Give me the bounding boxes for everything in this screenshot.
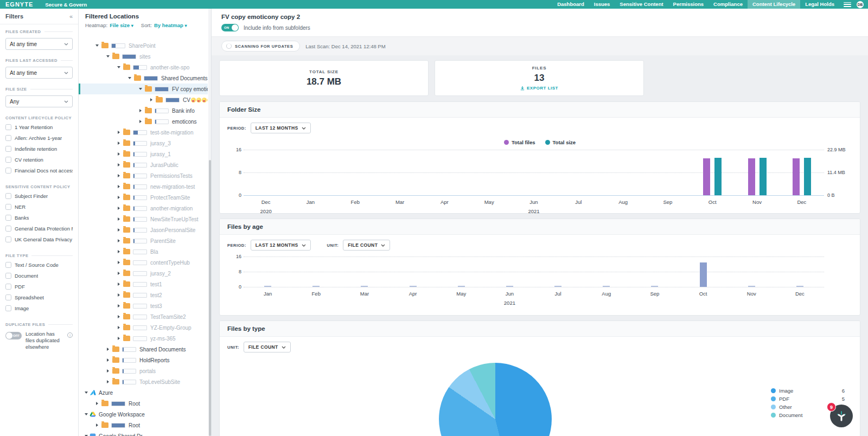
- filter-select-files-created[interactable]: At any time: [5, 38, 73, 50]
- expand-arrow-icon[interactable]: [106, 369, 110, 373]
- expand-arrow-icon[interactable]: [117, 142, 121, 145]
- filter-checkbox-indefinite-retention[interactable]: Indefinite retention: [5, 146, 73, 152]
- collapse-arrow-icon[interactable]: [95, 44, 99, 47]
- expand-arrow-icon[interactable]: [117, 315, 121, 318]
- expand-arrow-icon[interactable]: [117, 239, 121, 242]
- hamburger-menu-icon[interactable]: [844, 2, 851, 7]
- tree-row-holdreports[interactable]: HoldReports: [79, 355, 208, 366]
- expand-arrow-icon[interactable]: [138, 120, 143, 123]
- tree-row-jasonpersonalsite[interactable]: JasonPersonalSite: [79, 225, 208, 235]
- tree-row-test2[interactable]: test2: [79, 290, 208, 300]
- tree-scrollbar-thumb[interactable]: [209, 160, 211, 436]
- tree-row-contenttypehub[interactable]: contentTypeHub: [79, 257, 208, 268]
- period-dropdown[interactable]: LAST 12 MONTHS: [251, 240, 311, 251]
- expand-arrow-icon[interactable]: [106, 348, 110, 351]
- tree-row-new-migration-test[interactable]: new-migration-test: [79, 181, 208, 192]
- checkbox[interactable]: [5, 294, 11, 300]
- nav-item-compliance[interactable]: Compliance: [709, 0, 748, 9]
- collapse-arrow-icon[interactable]: [106, 55, 110, 57]
- sort-control[interactable]: Sort:By heatmap ▾: [141, 22, 187, 28]
- collapse-arrow-icon[interactable]: [84, 413, 88, 415]
- expand-arrow-icon[interactable]: [117, 131, 121, 134]
- expand-arrow-icon[interactable]: [117, 250, 121, 253]
- tree-row-bla[interactable]: Bla: [79, 246, 208, 257]
- filter-checkbox-ner[interactable]: NER: [5, 204, 73, 210]
- filter-checkbox-general-data-protection-regula-[interactable]: General Data Protection Regula...: [5, 226, 73, 232]
- expand-arrow-icon[interactable]: [106, 380, 110, 383]
- checkbox[interactable]: [5, 284, 11, 290]
- tree-row-newsitetrueuptest[interactable]: NewSiteTrueUpTest: [79, 214, 208, 225]
- filter-checkbox-uk-general-data-privacy-regula-[interactable]: UK General Data Privacy Regula...: [5, 236, 73, 242]
- tree-row-yz-ms-365[interactable]: yz-ms-365: [79, 333, 208, 344]
- nav-item-sensitive-content[interactable]: Sensitive Content: [615, 0, 668, 9]
- filter-checkbox-banks[interactable]: Banks: [5, 215, 73, 221]
- assistant-widget-button[interactable]: 9: [830, 405, 853, 427]
- filter-checkbox-1-year-retention[interactable]: 1 Year Retention: [5, 124, 73, 130]
- tree-row-parentsite[interactable]: ParentSite: [79, 235, 208, 246]
- checkbox[interactable]: [5, 157, 11, 163]
- expand-arrow-icon[interactable]: [117, 185, 121, 188]
- checkbox[interactable]: [5, 305, 11, 311]
- expand-arrow-icon[interactable]: [117, 228, 121, 232]
- checkbox[interactable]: [5, 215, 11, 221]
- tree-row-another-site-spo[interactable]: another-site-spo: [79, 62, 208, 73]
- expand-arrow-icon[interactable]: [117, 337, 121, 340]
- expand-arrow-icon[interactable]: [117, 326, 121, 329]
- filter-checkbox-subject-finder[interactable]: Subject Finder: [5, 193, 73, 199]
- period-dropdown[interactable]: LAST 12 MONTHS: [251, 123, 311, 133]
- checkbox[interactable]: [5, 193, 11, 199]
- filter-checkbox-image[interactable]: Image: [5, 305, 73, 311]
- collapse-panel-icon[interactable]: «: [69, 13, 73, 20]
- filter-checkbox-cv-retention[interactable]: CV retention: [5, 157, 73, 163]
- tree-row-jurasy-1[interactable]: jurasy_1: [79, 149, 208, 159]
- filter-checkbox-text-source-code[interactable]: Text / Source Code: [5, 262, 73, 268]
- tree-row-portals[interactable]: portals: [79, 366, 208, 376]
- tree-row-root[interactable]: Root: [79, 420, 208, 431]
- user-avatar[interactable]: DB: [857, 1, 864, 8]
- checkbox[interactable]: [5, 226, 11, 232]
- tree-row-jurasy-3[interactable]: jurasy_3: [79, 138, 208, 149]
- filter-checkbox-spreadsheet[interactable]: Spreadsheet: [5, 294, 73, 300]
- nav-item-dashboard[interactable]: Dashboard: [552, 0, 589, 9]
- tree-row-fv-copy-emoticony-copy-2[interactable]: FV copy emoticony copy 2: [79, 84, 208, 94]
- nav-item-permissions[interactable]: Permissions: [668, 0, 709, 9]
- expand-arrow-icon[interactable]: [149, 98, 154, 101]
- collapse-arrow-icon[interactable]: [117, 66, 121, 68]
- filter-checkbox-pdf[interactable]: PDF: [5, 284, 73, 290]
- expand-arrow-icon[interactable]: [117, 196, 121, 199]
- tree-row-sites[interactable]: sites: [79, 51, 208, 62]
- heatmap-control[interactable]: Heatmap:File size ▾: [85, 22, 133, 28]
- tree-row-emoticons[interactable]: emoticons: [79, 116, 208, 127]
- expand-arrow-icon[interactable]: [117, 163, 121, 166]
- checkbox[interactable]: [5, 262, 11, 268]
- tree-row-yz-empty-group[interactable]: YZ-Empty-Group: [79, 322, 208, 333]
- collapse-arrow-icon[interactable]: [127, 77, 132, 79]
- duplicated-elsewhere-toggle[interactable]: OFF: [5, 332, 22, 339]
- tree-row-cv[interactable]: CV: [79, 94, 208, 105]
- expand-arrow-icon[interactable]: [117, 293, 121, 297]
- tree-row-shared-documents[interactable]: Shared Documents: [79, 73, 208, 84]
- tree-row-test3[interactable]: test3: [79, 300, 208, 311]
- checkbox[interactable]: [5, 204, 11, 210]
- filter-select-files-last-accessed[interactable]: At any time: [5, 67, 73, 79]
- tree-row-shared-documents[interactable]: Shared Documents: [79, 344, 208, 355]
- tree-row-toplevelsubsite[interactable]: TopLevelSubSite: [79, 376, 208, 387]
- checkbox[interactable]: [5, 124, 11, 130]
- checkbox[interactable]: [5, 146, 11, 152]
- unit-dropdown[interactable]: FILE COUNT: [244, 342, 291, 352]
- nav-item-content-lifecycle[interactable]: Content Lifecycle: [748, 0, 800, 9]
- tree-row-test1[interactable]: test1: [79, 279, 208, 290]
- expand-arrow-icon[interactable]: [95, 424, 99, 427]
- expand-arrow-icon[interactable]: [117, 152, 121, 156]
- checkbox[interactable]: [5, 168, 11, 174]
- unit-dropdown[interactable]: FILE COUNT: [343, 240, 390, 251]
- nav-item-issues[interactable]: Issues: [589, 0, 615, 9]
- checkbox[interactable]: [5, 135, 11, 141]
- collapse-arrow-icon[interactable]: [84, 392, 88, 394]
- expand-arrow-icon[interactable]: [106, 358, 110, 362]
- tree-row-permissionstests[interactable]: PermissionsTests: [79, 170, 208, 181]
- tree-row-test-site-migration[interactable]: test-site-migration: [79, 127, 208, 138]
- expand-arrow-icon[interactable]: [138, 109, 143, 112]
- filter-checkbox-document[interactable]: Document: [5, 273, 73, 279]
- tree-row-root[interactable]: Root: [79, 398, 208, 409]
